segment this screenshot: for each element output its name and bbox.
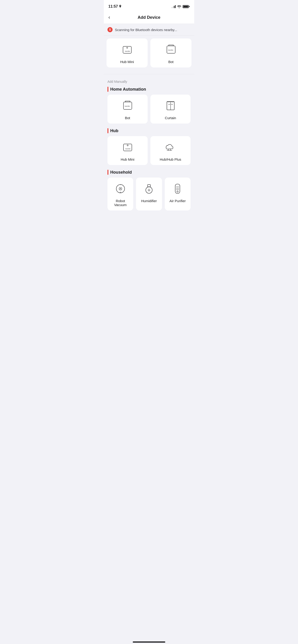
category-accent-hub	[107, 128, 108, 133]
hub-mini-manual-card[interactable]: SwitchBot Hub Mini	[107, 136, 148, 165]
svg-text:SwitchBot: SwitchBot	[125, 148, 131, 150]
household-category: Household Robot Vacuum	[107, 170, 191, 210]
nearby-devices-section: SwitchBot Hub Mini SwitchBot Bot	[104, 36, 194, 72]
home-automation-grid: SwitchBot Bot	[107, 94, 191, 124]
air-purifier-icon	[171, 182, 184, 196]
hub-mini-icon: SwitchBot	[121, 43, 134, 57]
nearby-devices-grid: SwitchBot Hub Mini SwitchBot Bot	[107, 38, 191, 68]
hub-mini-manual-label: Hub Mini	[121, 158, 134, 161]
hub-plus-icon	[164, 141, 177, 154]
page-title: Add Device	[138, 15, 160, 20]
home-indicator	[104, 640, 194, 644]
svg-point-14	[127, 145, 128, 146]
category-accent-home	[107, 87, 108, 92]
manual-section-label: Add Manually	[107, 80, 191, 84]
household-category-title: Household	[107, 170, 191, 175]
svg-point-21	[120, 188, 121, 189]
page-header: ‹ Add Device	[104, 11, 194, 24]
time-display: 11:57	[108, 4, 118, 8]
bot-manual-icon: SwitchBot	[121, 99, 134, 113]
bot-manual-label: Bot	[125, 116, 130, 120]
hub-mini-nearby-label: Hub Mini	[120, 60, 134, 64]
curtain-manual-label: Curtain	[165, 116, 176, 120]
robot-vac-label: Robot Vacuum	[110, 199, 130, 207]
category-accent-household	[107, 170, 108, 175]
svg-point-1	[127, 47, 128, 48]
back-button[interactable]: ‹	[108, 14, 112, 21]
home-bar	[133, 642, 165, 642]
location-icon	[119, 5, 122, 8]
bot-nearby-card[interactable]: SwitchBot Bot	[150, 38, 191, 68]
air-purifier-card[interactable]: Air Purifier	[165, 178, 191, 210]
status-time: 11:57	[108, 4, 122, 8]
bot-icon: SwitchBot	[165, 43, 178, 57]
curtain-manual-card[interactable]: Curtain	[150, 94, 191, 124]
home-automation-title: Home Automation	[107, 87, 191, 92]
curtain-icon	[164, 99, 177, 113]
hub-plus-manual-card[interactable]: Hub/Hub Plus	[150, 136, 191, 165]
status-bar: 11:57	[104, 0, 194, 11]
robot-vac-icon	[114, 182, 127, 196]
hub-plus-manual-label: Hub/Hub Plus	[160, 158, 181, 161]
signal-icon	[171, 5, 176, 8]
bot-manual-card[interactable]: SwitchBot Bot	[107, 94, 148, 124]
battery-icon	[183, 5, 190, 8]
svg-text:SwitchBot: SwitchBot	[125, 106, 130, 107]
svg-rect-25	[148, 184, 150, 187]
hub-category-title: Hub	[107, 128, 191, 133]
manual-section: Add Manually Home Automation SwitchBot	[104, 76, 194, 210]
air-purifier-label: Air Purifier	[169, 199, 186, 203]
svg-rect-0	[123, 46, 131, 53]
hub-mini-nearby-card[interactable]: SwitchBot Hub Mini	[107, 38, 148, 68]
scanning-text: Scanning for Bluetooth devices nearby...	[115, 28, 177, 32]
hub-mini-manual-icon: SwitchBot	[121, 141, 134, 154]
humidifier-label: Humidifier	[141, 199, 157, 203]
home-automation-category: Home Automation SwitchBot Bot	[107, 87, 191, 124]
svg-rect-13	[123, 144, 132, 151]
hub-category: Hub SwitchBot Hub Mini	[107, 128, 191, 165]
wifi-icon	[177, 5, 181, 8]
section-divider	[104, 74, 194, 74]
svg-point-33	[177, 191, 178, 192]
scanning-indicator: S	[107, 27, 113, 32]
household-grid: Robot Vacuum Humidifier	[107, 178, 191, 210]
svg-text:SwitchBot: SwitchBot	[125, 50, 130, 52]
hub-grid: SwitchBot Hub Mini	[107, 136, 191, 165]
scanning-bar: S Scanning for Bluetooth devices nearby.…	[104, 24, 194, 36]
svg-text:SwitchBot: SwitchBot	[168, 50, 173, 51]
robot-vac-card[interactable]: Robot Vacuum	[107, 178, 133, 210]
svg-rect-29	[175, 184, 180, 193]
humidifier-card[interactable]: Humidifier	[136, 178, 162, 210]
status-icons	[171, 5, 190, 8]
humidifier-icon	[143, 182, 155, 196]
bot-nearby-label: Bot	[168, 60, 174, 64]
